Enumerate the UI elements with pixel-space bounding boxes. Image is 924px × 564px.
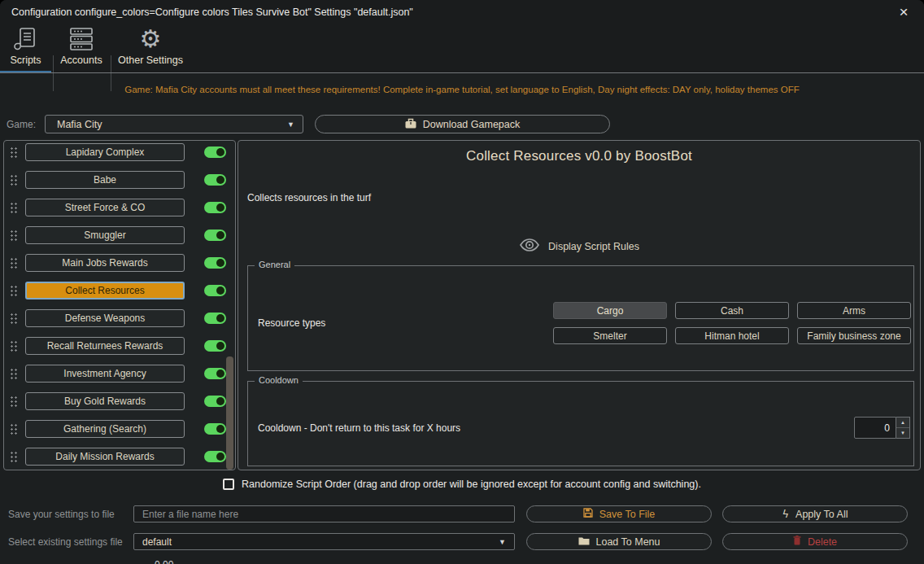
script-enabled-toggle[interactable] [204,423,226,435]
package-icon [405,117,416,132]
script-enabled-toggle[interactable] [204,202,226,213]
resource-type-button[interactable]: Smelter [553,327,667,344]
script-list-row: Lapidary Complex [4,143,235,161]
script-button[interactable]: Recall Returnees Rewards [25,337,185,355]
script-button[interactable]: Lapidary Complex [25,143,185,161]
save-to-file-label: Save To File [599,509,656,520]
load-to-menu-button[interactable]: Load To Menu [526,533,712,550]
resource-type-button[interactable]: Hitman hotel [675,327,789,344]
drag-handle-icon[interactable] [10,340,17,352]
script-enabled-toggle[interactable] [204,368,226,379]
general-group: General Resource types CargoCashArmsSmel… [247,265,914,371]
save-to-file-button[interactable]: Save To File [526,505,712,522]
script-enabled-toggle[interactable] [204,174,226,186]
toggle-knob [216,176,224,184]
display-script-rules[interactable]: Display Script Rules [238,236,920,257]
resource-type-button[interactable]: Cargo [553,302,667,319]
script-button[interactable]: Smuggler [25,226,185,244]
toggle-knob [216,453,224,461]
close-icon: × [899,3,908,21]
delete-button[interactable]: Delete [722,533,908,550]
close-button[interactable]: × [891,2,916,23]
script-enabled-toggle[interactable] [204,230,226,241]
game-label: Game: [7,119,36,130]
chevron-down-icon: ▼ [499,538,506,546]
script-button[interactable]: Daily Mission Rewards [25,448,185,466]
tab-accounts[interactable]: Accounts [54,24,108,73]
download-gamepack-button[interactable]: Download Gamepack [315,115,610,133]
cooldown-group: Cooldown Cooldown - Don't return to this… [247,381,914,466]
toggle-knob [216,314,224,322]
script-settings-panel: Collect Resources v0.0 by BoostBot Colle… [238,140,921,470]
drag-handle-icon[interactable] [10,423,17,435]
cooldown-hours-input[interactable] [854,417,896,439]
script-enabled-toggle[interactable] [204,285,226,296]
resource-type-button[interactable]: Family business zone [797,327,911,344]
download-gamepack-label: Download Gamepack [423,119,521,130]
settings-file-dropdown[interactable]: default ▼ [133,533,515,550]
script-button[interactable]: Collect Resources [25,282,185,299]
script-list-row: Investment Agency [4,365,235,383]
randomize-row: Randomize Script Order (drag and drop or… [0,476,924,492]
script-description: Collects resources in the turf [247,192,371,203]
trash-icon [793,536,801,548]
drag-handle-icon[interactable] [10,202,17,213]
drag-handle-icon[interactable] [10,313,17,324]
drag-handle-icon[interactable] [10,146,17,158]
toggle-knob [216,425,224,433]
toggle-knob [216,203,224,212]
eye-icon [519,236,540,257]
script-button[interactable]: Gathering (Search) [25,420,185,438]
drag-handle-icon[interactable] [10,368,17,379]
script-enabled-toggle[interactable] [204,396,226,407]
script-list-row: Defense Weapons [4,309,235,327]
script-button[interactable]: Investment Agency [25,365,185,383]
randomize-checkbox[interactable] [223,479,234,490]
drag-handle-icon[interactable] [10,230,17,241]
lightning-icon: ϟ [782,508,790,520]
script-title: Collect Resources v0.0 by BoostBot [238,148,920,164]
drag-handle-icon[interactable] [10,451,17,462]
server-stack-icon [68,24,94,54]
tab-other-settings[interactable]: ⚙ Other Settings [114,24,187,73]
general-legend: General [255,260,294,269]
tab-bar: Scripts Accounts ⚙ [0,24,924,73]
script-button[interactable]: Main Jobs Rewards [25,254,185,272]
drag-handle-icon[interactable] [10,396,17,407]
stepper-up-button[interactable]: ▲ [896,418,909,428]
load-to-menu-label: Load To Menu [596,536,660,548]
tabbar-divider [0,72,924,73]
script-enabled-toggle[interactable] [204,257,226,269]
tab-label: Scripts [10,55,41,66]
script-enabled-toggle[interactable] [204,451,226,462]
apply-to-all-button[interactable]: ϟ Apply To All [722,505,908,522]
script-button[interactable]: Defense Weapons [25,309,185,327]
drag-handle-icon[interactable] [10,174,17,186]
tab-label: Accounts [60,55,102,66]
script-list-row: Buy Gold Rewards [4,392,235,410]
toggle-knob [216,397,224,405]
script-enabled-toggle[interactable] [204,313,226,324]
script-list-row: Gathering (Search) [4,420,235,438]
file-name-input[interactable] [133,505,515,522]
scrollbar-thumb[interactable] [226,356,233,470]
game-dropdown[interactable]: Mafia City ▼ [45,115,303,133]
resource-type-button[interactable]: Cash [675,302,789,319]
script-enabled-toggle[interactable] [204,146,226,158]
floppy-disk-icon [583,508,593,520]
requirements-warning: Game: Mafia City accounts must all meet … [0,85,924,94]
tab-scripts[interactable]: Scripts [0,24,51,73]
script-enabled-toggle[interactable] [204,340,226,352]
game-dropdown-value: Mafia City [57,119,102,130]
settings-file-value: default [142,536,172,548]
script-button[interactable]: Babe [25,171,185,189]
resource-type-button[interactable]: Arms [797,302,911,319]
script-button[interactable]: Buy Gold Rewards [25,392,185,410]
drag-handle-icon[interactable] [10,285,17,296]
script-button[interactable]: Street Force & CO [25,199,185,216]
apply-to-all-label: Apply To All [795,509,848,520]
toggle-knob [216,231,224,239]
stepper-down-button[interactable]: ▼ [896,428,909,438]
script-list-row: Daily Mission Rewards [4,448,235,466]
drag-handle-icon[interactable] [10,257,17,269]
